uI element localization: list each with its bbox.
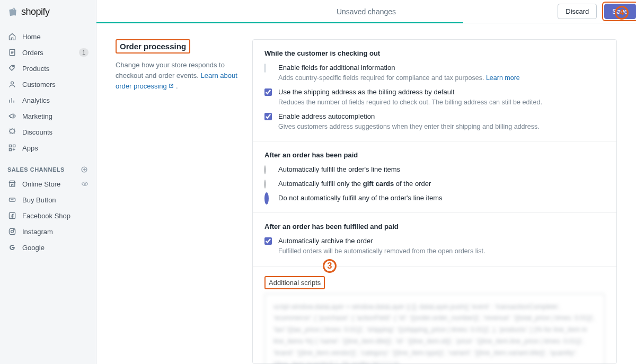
- home-icon: [7, 32, 17, 41]
- after-fulfilled-section: After an order has been fulfilled and pa…: [253, 213, 616, 266]
- learn-more-link[interactable]: Learn more: [486, 74, 520, 82]
- sidebar: shopify Home Orders 1 Products Customers: [0, 0, 96, 364]
- option-shipping-as-billing: Use the shipping address as the billing …: [264, 88, 605, 107]
- add-channel-button[interactable]: [80, 165, 89, 174]
- svg-point-11: [11, 230, 14, 233]
- order-processing-heading: Order processing: [120, 42, 186, 51]
- orders-icon: [7, 48, 17, 57]
- radio-fulfill-giftcards[interactable]: [264, 180, 273, 189]
- facebook-icon: [7, 211, 17, 220]
- main: Unsaved changes Discard Save 4 Order pro…: [96, 0, 636, 364]
- sidebar-item-label: Marketing: [22, 112, 89, 120]
- sidebar-item-label: Analytics: [22, 96, 89, 104]
- additional-scripts-textarea[interactable]: script window.dataLayer = window.dataLay…: [264, 294, 605, 365]
- sidebar-item-label: Apps: [22, 144, 89, 152]
- sidebar-item-marketing[interactable]: Marketing: [0, 108, 96, 124]
- option-address-autocomplete: Enable address autocompletion Gives cust…: [264, 112, 605, 131]
- sidebar-item-label: Instagram: [22, 228, 89, 236]
- unsaved-changes-label: Unsaved changes: [337, 7, 396, 16]
- sidebar-item-label: Buy Button: [22, 196, 89, 204]
- option-label: Enable fields for additional information: [278, 64, 605, 72]
- marketing-icon: [7, 111, 17, 121]
- option-label: Automatically fulfill only the gift card…: [278, 180, 605, 188]
- after-paid-title: After an order has been paid: [264, 151, 605, 159]
- annotation-scripts-highlight: Additional scripts: [264, 276, 325, 289]
- sidebar-item-discounts[interactable]: Discounts: [0, 124, 96, 140]
- sidebar-item-customers[interactable]: Customers: [0, 76, 96, 92]
- option-label: Use the shipping address as the billing …: [278, 88, 605, 96]
- annotation-heading-highlight: Order processing: [116, 39, 190, 54]
- sidebar-item-online-store[interactable]: Online Store: [0, 176, 96, 192]
- sidebar-item-products[interactable]: Products: [0, 60, 96, 76]
- option-fulfill-giftcards: Automatically fulfill only the gift card…: [264, 180, 605, 189]
- instagram-icon: [7, 227, 17, 236]
- svg-rect-5: [9, 149, 11, 151]
- logo-text: shopify: [21, 6, 50, 17]
- apps-icon: [7, 143, 17, 153]
- radio-fulfill-all[interactable]: [264, 166, 273, 174]
- option-label: Do not automatically fulfill any of the …: [278, 194, 605, 202]
- sidebar-item-label: Facebook Shop: [22, 212, 89, 220]
- progress-bar: [96, 22, 463, 23]
- after-paid-section: After an order has been paid Automatical…: [253, 141, 616, 213]
- svg-rect-4: [13, 145, 15, 147]
- option-label: Enable address autocompletion: [278, 112, 605, 120]
- option-sub: Gives customers address suggestions when…: [278, 122, 605, 131]
- sidebar-item-buy-button[interactable]: Buy Button: [0, 192, 96, 208]
- radio-no-autofulfill[interactable]: [264, 194, 273, 203]
- option-sub: Adds country-specific fields required fo…: [278, 73, 605, 83]
- sidebar-item-label: Orders: [22, 49, 79, 57]
- option-fulfill-all: Automatically fulfill the order's line i…: [264, 165, 605, 174]
- annotation-marker-3: 3: [323, 259, 337, 273]
- sidebar-item-instagram[interactable]: Instagram: [0, 224, 96, 239]
- checkbox-auto-archive[interactable]: [264, 237, 273, 246]
- svg-point-2: [11, 82, 14, 84]
- sidebar-item-label: Discounts: [22, 128, 89, 136]
- products-icon: [7, 64, 17, 73]
- sidebar-item-orders[interactable]: Orders 1: [0, 45, 96, 60]
- option-sub: Reduces the number of fields required to…: [278, 97, 605, 107]
- sidebar-item-label: Home: [22, 33, 89, 41]
- google-icon: [7, 243, 17, 252]
- checkbox-address-autocomplete[interactable]: [264, 113, 273, 121]
- sidebar-item-apps[interactable]: Apps: [0, 140, 96, 156]
- svg-rect-3: [9, 145, 11, 147]
- option-auto-archive: Automatically archive the order Fulfille…: [264, 237, 605, 256]
- option-label: Automatically archive the order: [278, 237, 605, 245]
- logo[interactable]: shopify: [0, 0, 96, 23]
- checkbox-shipping-as-billing[interactable]: [264, 88, 273, 97]
- section-summary: Order processing Change how your store r…: [116, 39, 252, 364]
- discounts-icon: [7, 127, 17, 137]
- svg-point-7: [84, 183, 86, 185]
- section-description: Change how your store responds to checko…: [116, 60, 241, 92]
- sidebar-item-label: Online Store: [22, 180, 81, 188]
- sidebar-item-label: Customers: [22, 81, 89, 88]
- sales-channels-title: SALES CHANNELS: [7, 166, 65, 173]
- customers-icon: [7, 79, 17, 89]
- primary-nav: Home Orders 1 Products Customers Analyti…: [0, 23, 96, 255]
- option-no-autofulfill: Do not automatically fulfill any of the …: [264, 194, 605, 203]
- settings-panel: While the customer is checking out Enabl…: [252, 39, 617, 364]
- content: Order processing Change how your store r…: [96, 23, 636, 364]
- eye-icon[interactable]: [81, 180, 89, 188]
- sidebar-item-google[interactable]: Google: [0, 239, 96, 255]
- checkout-title: While the customer is checking out: [264, 49, 605, 57]
- sidebar-item-label: Google: [22, 244, 89, 252]
- checkbox-additional-info[interactable]: [264, 64, 273, 73]
- svg-point-1: [13, 66, 14, 67]
- analytics-icon: [7, 95, 17, 105]
- sales-channels-header: SALES CHANNELS: [0, 156, 96, 176]
- sidebar-item-home[interactable]: Home: [0, 29, 96, 45]
- topbar: Unsaved changes Discard Save 4: [96, 0, 636, 23]
- after-fulfilled-title: After an order has been fulfilled and pa…: [264, 223, 605, 230]
- store-icon: [7, 179, 17, 189]
- sidebar-item-analytics[interactable]: Analytics: [0, 92, 96, 108]
- sidebar-item-label: Products: [22, 65, 89, 73]
- sidebar-item-facebook-shop[interactable]: Facebook Shop: [0, 208, 96, 224]
- option-label: Automatically fulfill the order's line i…: [278, 165, 605, 173]
- external-link-icon: [169, 83, 174, 88]
- discard-button[interactable]: Discard: [558, 4, 597, 19]
- option-additional-info: Enable fields for additional information…: [264, 64, 605, 83]
- shopify-logo-icon: [7, 6, 18, 17]
- orders-badge: 1: [79, 48, 89, 57]
